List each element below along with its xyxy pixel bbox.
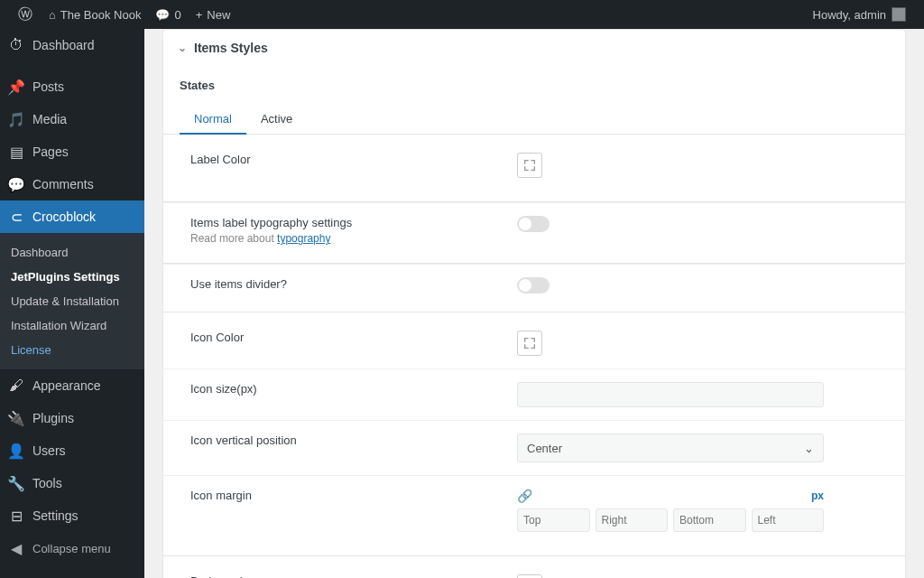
expand-icon bbox=[522, 336, 537, 350]
items-styles-panel: ⌄ Items Styles States Normal Active Labe… bbox=[162, 29, 906, 578]
submenu-license[interactable]: License bbox=[0, 338, 144, 362]
submenu-jetplugins[interactable]: JetPlugins Settings bbox=[0, 265, 144, 289]
howdy-text: Howdy, admin bbox=[813, 8, 886, 22]
states-label: States bbox=[163, 66, 905, 92]
chevron-down-icon: ⌄ bbox=[804, 442, 814, 455]
menu-appearance[interactable]: 🖌Appearance bbox=[0, 369, 144, 402]
submenu-wizard[interactable]: Installation Wizard bbox=[0, 313, 144, 338]
wordpress-icon: ⓦ bbox=[16, 5, 34, 23]
margin-right-input[interactable] bbox=[596, 508, 669, 532]
divider-toggle[interactable] bbox=[517, 277, 550, 294]
typography-toggle[interactable] bbox=[517, 216, 550, 232]
comment-icon: 💬 bbox=[155, 8, 170, 22]
avatar bbox=[892, 7, 906, 22]
menu-crocoblock[interactable]: ⊂Crocoblock bbox=[0, 200, 144, 233]
margin-top-input[interactable] bbox=[517, 508, 590, 532]
comment-icon: 💬 bbox=[7, 175, 25, 193]
expand-icon bbox=[522, 158, 537, 172]
collapse-menu[interactable]: ◀Collapse menu bbox=[0, 532, 144, 564]
comments-link[interactable]: 💬0 bbox=[148, 0, 188, 29]
new-link[interactable]: +New bbox=[189, 0, 238, 29]
wp-logo[interactable]: ⓦ bbox=[9, 0, 42, 29]
tab-normal[interactable]: Normal bbox=[180, 105, 246, 135]
new-label: New bbox=[207, 8, 230, 22]
pin-icon: 📌 bbox=[7, 78, 25, 96]
field-typography: Items label typography settings Read mor… bbox=[163, 202, 905, 257]
crocoblock-icon: ⊂ bbox=[7, 208, 25, 226]
main-content: ⌄ Items Styles States Normal Active Labe… bbox=[144, 29, 924, 578]
field-icon-vpos: Icon vertical position Center⌄ bbox=[163, 420, 905, 475]
topbar-left: ⓦ ⌂The Book Nook 💬0 +New bbox=[9, 0, 237, 29]
comments-count: 0 bbox=[174, 8, 180, 22]
menu-settings[interactable]: ⊟Settings bbox=[0, 499, 144, 532]
admin-sidebar: ⏱Dashboard 📌Posts 🎵Media ▤Pages 💬Comment… bbox=[0, 29, 144, 578]
margin-left-input[interactable] bbox=[752, 508, 825, 532]
chevron-down-icon: ⌄ bbox=[178, 42, 187, 54]
field-icon-color: Icon Color bbox=[163, 318, 905, 368]
label-color-picker[interactable] bbox=[517, 153, 542, 178]
topbar-right[interactable]: Howdy, admin bbox=[813, 7, 915, 22]
admin-topbar: ⓦ ⌂The Book Nook 💬0 +New Howdy, admin bbox=[0, 0, 924, 29]
menu-comments[interactable]: 💬Comments bbox=[0, 168, 144, 200]
wrench-icon: 🔧 bbox=[7, 474, 25, 492]
field-badge-color: Badge color bbox=[163, 562, 905, 578]
user-icon: 👤 bbox=[7, 442, 25, 460]
submenu-update[interactable]: Update & Installation bbox=[0, 289, 144, 313]
icon-size-input[interactable] bbox=[517, 382, 824, 407]
state-tabs: Normal Active bbox=[163, 92, 905, 135]
icon-color-picker[interactable] bbox=[517, 331, 542, 356]
menu-users[interactable]: 👤Users bbox=[0, 434, 144, 467]
panel-title: Items Styles bbox=[194, 41, 268, 55]
icon-vpos-select[interactable]: Center⌄ bbox=[517, 434, 824, 462]
plug-icon: 🔌 bbox=[7, 409, 25, 427]
crocoblock-submenu: Dashboard JetPlugins Settings Update & I… bbox=[0, 233, 144, 369]
collapse-icon: ◀ bbox=[7, 539, 25, 557]
field-use-divider: Use items divider? bbox=[163, 264, 905, 306]
icon-margin-dims: 🔗px bbox=[517, 489, 824, 532]
brush-icon: 🖌 bbox=[7, 377, 25, 395]
page-icon: ▤ bbox=[7, 143, 25, 161]
panel-header[interactable]: ⌄ Items Styles bbox=[163, 30, 905, 66]
submenu-dashboard[interactable]: Dashboard bbox=[0, 240, 144, 265]
menu-pages[interactable]: ▤Pages bbox=[0, 135, 144, 168]
plus-icon: + bbox=[196, 8, 203, 22]
site-name: The Book Nook bbox=[60, 8, 142, 22]
link-icon[interactable]: 🔗 bbox=[517, 489, 532, 503]
badge-color-picker[interactable] bbox=[517, 574, 542, 578]
margin-bottom-input[interactable] bbox=[673, 508, 746, 532]
media-icon: 🎵 bbox=[7, 110, 25, 128]
sliders-icon: ⊟ bbox=[7, 507, 25, 525]
typography-link[interactable]: typography bbox=[277, 232, 330, 245]
menu-media[interactable]: 🎵Media bbox=[0, 103, 144, 135]
field-icon-size: Icon size(px) bbox=[163, 368, 905, 420]
menu-tools[interactable]: 🔧Tools bbox=[0, 467, 144, 499]
site-name-link[interactable]: ⌂The Book Nook bbox=[42, 0, 148, 29]
menu-plugins[interactable]: 🔌Plugins bbox=[0, 402, 144, 434]
field-icon-margin: Icon margin 🔗px bbox=[163, 475, 905, 545]
home-icon: ⌂ bbox=[49, 8, 56, 22]
menu-dashboard[interactable]: ⏱Dashboard bbox=[0, 29, 144, 61]
field-label-color: Label Color bbox=[163, 140, 905, 191]
unit-px[interactable]: px bbox=[811, 489, 824, 502]
dashboard-icon: ⏱ bbox=[7, 36, 25, 54]
menu-posts[interactable]: 📌Posts bbox=[0, 70, 144, 103]
tab-active[interactable]: Active bbox=[246, 105, 307, 134]
